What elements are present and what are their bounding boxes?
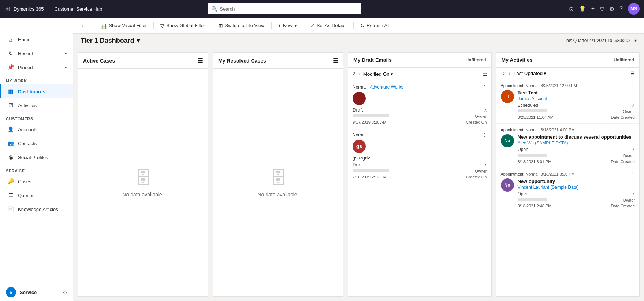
email-company-1[interactable]: Adventure Works <box>370 84 403 90</box>
activity-info-1: Test Test James Account Scheduled ∧ Own <box>518 90 635 120</box>
sidebar-item-dashboards-label: Dashboards <box>18 89 45 94</box>
activity-sort-button[interactable]: Last Updated ▾ <box>514 71 546 76</box>
set-default-button[interactable]: ✓ Set As Default <box>307 20 350 31</box>
activities-icon: ☑ <box>7 102 14 109</box>
email-tag-2: Normal <box>353 132 367 138</box>
resolved-cases-title: My Resolved Cases <box>218 58 266 64</box>
email-sender-2: gsszgdv <box>353 155 487 161</box>
activity-more-icon-2[interactable]: ⋮ <box>631 127 635 132</box>
title-chevron-icon: ▾ <box>137 37 140 45</box>
email-sort-button[interactable]: Modified On ▾ <box>363 71 393 77</box>
activity-view-toggle-icon[interactable]: ☰ <box>631 71 635 76</box>
activity-status-row-1: Scheduled ∧ <box>518 103 635 108</box>
app-grid-icon[interactable]: ⊞ <box>4 5 10 13</box>
draft-emails-title: My Draft Emails <box>353 57 392 63</box>
activity-detail-date-1: 3/25/2021 11:04 AM <box>518 115 554 120</box>
activity-body-1: TT Test Test James Account Scheduled ∧ <box>501 90 635 120</box>
layout: ☰ ⌂ Home ↻ Recent ▾ 📌 Pinned ▾ My Work ▦… <box>0 18 644 301</box>
activity-sub-2[interactable]: Alex Wu (SAMPLE DATA) <box>518 140 635 146</box>
knowledge-icon: 📄 <box>7 206 14 212</box>
email-status-1: Draft <box>353 107 363 113</box>
sidebar-bottom[interactable]: S Service ◇ <box>0 283 73 301</box>
refresh-all-button[interactable]: ↻ Refresh All <box>357 20 393 31</box>
draft-emails-filter-label: Unfiltered <box>465 57 486 63</box>
resolved-view-icon[interactable]: ☰ <box>333 57 338 64</box>
date-chevron-icon: ▾ <box>634 38 637 43</box>
plus-icon: + <box>278 23 281 29</box>
activity-sub-1[interactable]: James Account <box>518 96 635 101</box>
toolbar-separator-2 <box>212 22 212 29</box>
email-item-header-2: Normal ⋮ <box>353 132 487 138</box>
forward-button[interactable]: › <box>88 20 96 31</box>
activity-expand-icon-2[interactable]: ∧ <box>632 147 635 152</box>
settings-icon[interactable]: ⚙ <box>609 5 614 12</box>
sidebar-item-social-label: Social Profiles <box>18 155 48 160</box>
activity-priority-2: Normal <box>525 128 538 132</box>
dashboard-title-button[interactable]: Tier 1 Dashboard ▾ <box>81 37 140 45</box>
email-blurred-text-1 <box>353 114 389 117</box>
activity-more-icon-3[interactable]: ⋮ <box>631 172 635 176</box>
activity-date-row-2: 3/18/2021 3:01 PM Date Created <box>518 159 635 164</box>
activity-more-icon-1[interactable]: ⋮ <box>631 83 635 88</box>
show-global-filter-button[interactable]: ▽ Show Global Filter <box>157 20 209 31</box>
sidebar-item-recent-label: Recent <box>18 51 33 56</box>
activity-created-label-1: Date Created <box>611 115 635 120</box>
sidebar-item-queues-label: Queues <box>18 193 35 198</box>
sidebar-item-activities[interactable]: ☑ Activities <box>0 98 73 112</box>
activity-info-3: New opportunity Vincent Lauriant (Sample… <box>518 178 635 208</box>
avatar[interactable]: MS <box>628 3 640 15</box>
activity-blurred-2 <box>518 154 547 157</box>
circle-check-icon[interactable]: ⊙ <box>569 5 574 12</box>
email-expand-icon-2[interactable]: ∧ <box>484 163 487 168</box>
activity-sort-icon: ↓ <box>509 71 511 76</box>
email-owner-label-2: Owner <box>475 169 487 173</box>
resolved-cases-panel: My Resolved Cases ☰ 🗄 No data available. <box>213 52 343 297</box>
switch-tile-view-button[interactable]: ⊞ Switch to Tile View <box>215 20 268 31</box>
email-more-icon-2[interactable]: ⋮ <box>482 132 487 138</box>
filter-icon[interactable]: ▽ <box>600 5 604 12</box>
sidebar-item-contacts[interactable]: 👥 Contacts <box>0 136 73 150</box>
sidebar-item-queues[interactable]: ☰ Queues <box>0 188 73 202</box>
email-sort-chevron: ▾ <box>391 71 393 77</box>
brand: Dynamics 365 Customer Service Hub <box>14 4 102 13</box>
email-more-icon-1[interactable]: ⋮ <box>482 84 487 90</box>
list-item: Appointment Normal 3/18/2021 3:30 PM ⋮ N… <box>496 168 640 212</box>
sidebar-item-cases[interactable]: 🔑 Cases <box>0 174 73 188</box>
sidebar-item-home[interactable]: ⌂ Home <box>0 33 73 46</box>
activity-avatar-1: TT <box>501 90 514 103</box>
list-item: Normal ⋮ gs gsszgdv Draft ∧ Owner <box>348 128 491 183</box>
email-created-label-1: Created On <box>466 120 487 124</box>
add-icon[interactable]: + <box>591 5 595 12</box>
view-icon[interactable]: ☰ <box>198 57 203 64</box>
email-expand-icon-1[interactable]: ∧ <box>484 108 487 113</box>
sidebar-item-knowledge-articles[interactable]: 📄 Knowledge Articles <box>0 202 73 216</box>
back-button[interactable]: ‹ <box>79 20 87 31</box>
sidebar-item-accounts[interactable]: 👤 Accounts <box>0 123 73 136</box>
sidebar-item-social-profiles[interactable]: ◉ Social Profiles <box>0 150 73 164</box>
activity-expand-icon-3[interactable]: ∧ <box>632 192 635 196</box>
search-input[interactable] <box>220 6 358 12</box>
page-title: Tier 1 Dashboard <box>81 37 134 45</box>
sidebar-item-dashboards[interactable]: ▦ Dashboards <box>0 84 73 98</box>
sidebar-item-pinned[interactable]: 📌 Pinned ▾ <box>0 60 73 74</box>
top-nav: ⊞ Dynamics 365 Customer Service Hub 🔍 ⊙ … <box>0 0 644 18</box>
service-icon: S <box>6 287 16 297</box>
email-created-label-2: Created On <box>466 175 487 179</box>
set-default-label: Set As Default <box>317 23 347 28</box>
lightbulb-icon[interactable]: 💡 <box>579 5 586 12</box>
email-avatar-1 <box>353 92 366 105</box>
sidebar-item-recent[interactable]: ↻ Recent ▾ <box>0 46 73 60</box>
email-view-toggle-icon[interactable]: ☰ <box>482 71 487 77</box>
sidebar-menu-button[interactable]: ☰ <box>0 18 73 33</box>
show-visual-filter-button[interactable]: 📊 Show Visual Filter <box>97 20 150 31</box>
activity-type-2: Appointment <box>501 128 524 132</box>
search-bar[interactable]: 🔍 <box>208 3 361 14</box>
activity-owner-label-1: Owner <box>623 109 635 114</box>
activity-expand-icon-1[interactable]: ∧ <box>632 103 635 108</box>
date-range[interactable]: This Quarter 4/1/2021 To 6/30/2021 ▾ <box>564 38 637 43</box>
help-icon[interactable]: ? <box>619 5 623 12</box>
activity-sub-3[interactable]: Vincent Lauriant (Sample Data) <box>518 185 635 190</box>
new-button[interactable]: + New ▾ <box>275 20 301 31</box>
activities-title: My Activities <box>502 57 533 63</box>
sidebar: ☰ ⌂ Home ↻ Recent ▾ 📌 Pinned ▾ My Work ▦… <box>0 18 73 301</box>
